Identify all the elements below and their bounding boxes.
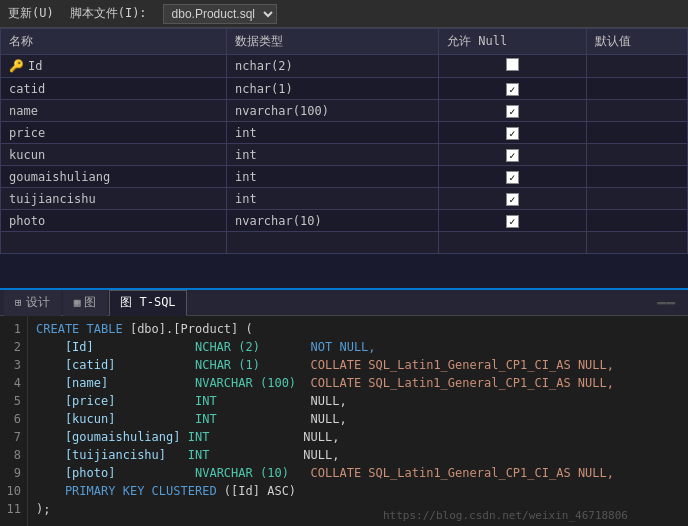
- table-row: tuijiancishuint: [1, 188, 688, 210]
- table-area: 名称 数据类型 允许 Null 默认值 🔑Idnchar(2)catidncha…: [0, 28, 688, 288]
- cell-name[interactable]: price: [1, 122, 227, 144]
- code-token: SQL_Latin1_General_CP1_CI_AS NULL,: [361, 466, 614, 480]
- nullable-checkbox[interactable]: [506, 105, 519, 118]
- code-line: [goumaishuliang] INT NULL,: [36, 428, 680, 446]
- line-number: 4: [0, 374, 21, 392]
- cell-name[interactable]: [1, 232, 227, 254]
- code-token: [tuijiancishu]: [36, 448, 166, 462]
- tab-lines: ━━: [657, 295, 676, 311]
- cell-name[interactable]: photo: [1, 210, 227, 232]
- code-token: CREATE TABLE: [36, 322, 130, 336]
- col-header-null: 允许 Null: [439, 29, 587, 55]
- cell-nullable[interactable]: [439, 188, 587, 210]
- tab-design-label: 设计: [26, 294, 50, 311]
- cell-type[interactable]: nchar(1): [226, 78, 438, 100]
- line-number: 9: [0, 464, 21, 482]
- cell-nullable[interactable]: [439, 100, 587, 122]
- tab-table[interactable]: ▦ 图: [63, 290, 108, 316]
- code-line: [price] INT NULL,: [36, 392, 680, 410]
- nullable-checkbox[interactable]: [506, 58, 519, 71]
- code-token: INT: [115, 412, 310, 426]
- code-line: [photo] NVARCHAR (10) COLLATE SQL_Latin1…: [36, 464, 680, 482]
- cell-default[interactable]: [586, 210, 687, 232]
- table-row: goumaishuliangint: [1, 166, 688, 188]
- code-token: [kucun]: [36, 412, 115, 426]
- tab-tsql-label: 图 T-SQL: [120, 294, 175, 311]
- cell-name[interactable]: name: [1, 100, 227, 122]
- update-button[interactable]: 更新(U): [8, 5, 54, 22]
- code-token: [Id]: [36, 340, 94, 354]
- cell-default[interactable]: [586, 232, 687, 254]
- code-content[interactable]: CREATE TABLE [dbo].[Product] ( [Id] NCHA…: [28, 316, 688, 526]
- cell-default[interactable]: [586, 55, 687, 78]
- cell-type[interactable]: int: [226, 122, 438, 144]
- cell-nullable[interactable]: [439, 232, 587, 254]
- code-token: INT: [181, 430, 304, 444]
- cell-type[interactable]: nvarchar(10): [226, 210, 438, 232]
- cell-nullable[interactable]: [439, 166, 587, 188]
- cell-name[interactable]: kucun: [1, 144, 227, 166]
- file-dropdown[interactable]: dbo.Product.sql: [163, 4, 277, 24]
- table-row: kucunint: [1, 144, 688, 166]
- tab-bar: ⊞ 设计 ▦ 图 图 T-SQL ━━: [0, 288, 688, 316]
- cell-nullable[interactable]: [439, 55, 587, 78]
- tab-design[interactable]: ⊞ 设计: [4, 290, 61, 316]
- col-header-default: 默认值: [586, 29, 687, 55]
- cell-type[interactable]: int: [226, 144, 438, 166]
- cell-name[interactable]: 🔑Id: [1, 55, 227, 78]
- code-token: );: [36, 502, 50, 516]
- line-number: 5: [0, 392, 21, 410]
- cell-default[interactable]: [586, 122, 687, 144]
- cell-type[interactable]: int: [226, 188, 438, 210]
- code-token: COLLATE: [311, 358, 362, 372]
- code-token: [catid]: [36, 358, 115, 372]
- line-number: 8: [0, 446, 21, 464]
- cell-type[interactable]: nchar(2): [226, 55, 438, 78]
- line-number: 11: [0, 500, 21, 518]
- nullable-checkbox[interactable]: [506, 215, 519, 228]
- cell-type[interactable]: [226, 232, 438, 254]
- cell-nullable[interactable]: [439, 210, 587, 232]
- cell-default[interactable]: [586, 78, 687, 100]
- code-token: ([Id] ASC): [224, 484, 296, 498]
- col-header-type: 数据类型: [226, 29, 438, 55]
- col-header-name: 名称: [1, 29, 227, 55]
- code-line: [kucun] INT NULL,: [36, 410, 680, 428]
- nullable-checkbox[interactable]: [506, 193, 519, 206]
- cell-default[interactable]: [586, 100, 687, 122]
- line-number: 3: [0, 356, 21, 374]
- code-token: [price]: [36, 394, 115, 408]
- cell-default[interactable]: [586, 144, 687, 166]
- code-line: PRIMARY KEY CLUSTERED ([Id] ASC): [36, 482, 680, 500]
- schema-table: 名称 数据类型 允许 Null 默认值 🔑Idnchar(2)catidncha…: [0, 28, 688, 254]
- cell-type[interactable]: nvarchar(100): [226, 100, 438, 122]
- code-token: NULL,: [303, 448, 339, 462]
- table-row: photonvarchar(10): [1, 210, 688, 232]
- nullable-checkbox[interactable]: [506, 171, 519, 184]
- tab-tsql[interactable]: 图 T-SQL: [109, 290, 186, 316]
- code-line: [catid] NCHAR (1) COLLATE SQL_Latin1_Gen…: [36, 356, 680, 374]
- code-token: [name]: [36, 376, 108, 390]
- table-row: priceint: [1, 122, 688, 144]
- cell-type[interactable]: int: [226, 166, 438, 188]
- line-numbers: 1234567891011: [0, 316, 28, 526]
- nullable-checkbox[interactable]: [506, 127, 519, 140]
- code-line: );: [36, 500, 680, 518]
- code-token: NVARCHAR (100): [108, 376, 310, 390]
- code-token: NCHAR (2): [94, 340, 311, 354]
- cell-nullable[interactable]: [439, 144, 587, 166]
- code-token: NULL,: [303, 430, 339, 444]
- code-line: [name] NVARCHAR (100) COLLATE SQL_Latin1…: [36, 374, 680, 392]
- cell-name[interactable]: catid: [1, 78, 227, 100]
- cell-name[interactable]: tuijiancishu: [1, 188, 227, 210]
- cell-default[interactable]: [586, 188, 687, 210]
- table-row: [1, 232, 688, 254]
- code-token: NULL,: [311, 412, 347, 426]
- cell-nullable[interactable]: [439, 78, 587, 100]
- key-icon: 🔑: [9, 59, 24, 73]
- cell-name[interactable]: goumaishuliang: [1, 166, 227, 188]
- cell-nullable[interactable]: [439, 122, 587, 144]
- nullable-checkbox[interactable]: [506, 149, 519, 162]
- cell-default[interactable]: [586, 166, 687, 188]
- nullable-checkbox[interactable]: [506, 83, 519, 96]
